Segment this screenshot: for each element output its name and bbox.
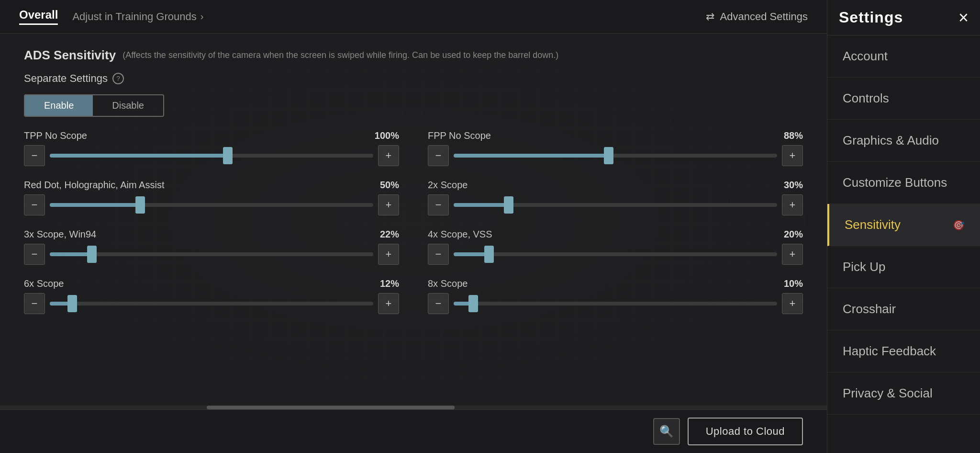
slider-name-3x-scope: 3x Scope, Win94 xyxy=(24,229,96,240)
slider-plus-6x-scope[interactable]: + xyxy=(378,293,399,314)
sidebar-item-privacy-social[interactable]: Privacy & Social xyxy=(827,373,980,415)
slider-track-3x-scope[interactable] xyxy=(50,244,373,265)
sidebar-title: Settings xyxy=(839,9,903,26)
slider-value-red-dot: 50% xyxy=(380,180,399,191)
slider-minus-6x-scope[interactable]: − xyxy=(24,293,45,314)
info-icon[interactable]: ? xyxy=(112,73,124,84)
sidebar-item-crosshair-label: Crosshair xyxy=(843,302,896,317)
sidebar-nav: Account Controls Graphics & Audio Custom… xyxy=(827,35,980,453)
sidebar-item-haptic-feedback[interactable]: Haptic Feedback xyxy=(827,330,980,373)
slider-plus-2x-scope[interactable]: + xyxy=(782,194,803,215)
slider-minus-tpp-no-scope[interactable]: − xyxy=(24,145,45,166)
sidebar-header: Settings × xyxy=(827,0,980,35)
slider-value-6x-scope: 12% xyxy=(380,278,399,289)
slider-plus-4x-scope[interactable]: + xyxy=(782,244,803,265)
tab-training[interactable]: Adjust in Training Grounds › xyxy=(72,11,203,23)
slider-plus-3x-scope[interactable]: + xyxy=(378,244,399,265)
slider-track-8x-scope[interactable] xyxy=(454,293,777,314)
slider-minus-fpp-no-scope[interactable]: − xyxy=(428,145,449,166)
main-area: Overall Adjust in Training Grounds › ⇄ A… xyxy=(0,0,827,453)
sidebar-item-crosshair[interactable]: Crosshair xyxy=(827,288,980,330)
slider-row-tpp-no-scope: TPP No Scope 100% − + xyxy=(24,130,399,166)
slider-name-red-dot: Red Dot, Holographic, Aim Assist xyxy=(24,180,164,191)
tab-training-label: Adjust in Training Grounds xyxy=(72,11,196,23)
separate-settings-label: Separate Settings ? xyxy=(24,72,124,85)
app-container: Overall Adjust in Training Grounds › ⇄ A… xyxy=(0,0,980,453)
toggle-enable-btn[interactable]: Enable xyxy=(25,95,93,116)
sidebar-item-haptic-feedback-label: Haptic Feedback xyxy=(843,344,936,359)
slider-value-2x-scope: 30% xyxy=(784,180,803,191)
slider-header-red-dot: Red Dot, Holographic, Aim Assist 50% xyxy=(24,180,399,191)
section-title: ADS Sensitivity (Affects the sensitivity… xyxy=(24,48,803,63)
section-subtitle: (Affects the sensitivity of the camera w… xyxy=(122,50,558,60)
section-title-text: ADS Sensitivity xyxy=(24,48,116,63)
sidebar-item-pick-up[interactable]: Pick Up xyxy=(827,246,980,288)
slider-row-3x-scope: 3x Scope, Win94 22% − + xyxy=(24,229,399,265)
chevron-right-icon: › xyxy=(200,11,204,22)
slider-row-6x-scope: 6x Scope 12% − + xyxy=(24,278,399,314)
sidebar-item-graphics-audio[interactable]: Graphics & Audio xyxy=(827,120,980,162)
search-button[interactable]: 🔍 xyxy=(653,418,680,445)
slider-plus-tpp-no-scope[interactable]: + xyxy=(378,145,399,166)
scroll-thumb xyxy=(207,406,455,409)
slider-track-red-dot[interactable] xyxy=(50,194,373,215)
slider-controls-red-dot: − + xyxy=(24,194,399,215)
slider-name-tpp-no-scope: TPP No Scope xyxy=(24,130,87,141)
slider-minus-2x-scope[interactable]: − xyxy=(428,194,449,215)
slider-header-2x-scope: 2x Scope 30% xyxy=(428,180,803,191)
sidebar-item-graphics-audio-label: Graphics & Audio xyxy=(843,133,939,148)
advanced-settings-icon: ⇄ xyxy=(706,11,714,23)
sidebar-close-button[interactable]: × xyxy=(958,9,969,26)
slider-controls-3x-scope: − + xyxy=(24,244,399,265)
bottom-bar: 🔍 Upload to Cloud xyxy=(0,409,827,453)
sidebar-item-customize-buttons[interactable]: Customize Buttons xyxy=(827,162,980,204)
slider-value-4x-scope: 20% xyxy=(784,229,803,240)
slider-plus-red-dot[interactable]: + xyxy=(378,194,399,215)
scroll-indicator[interactable] xyxy=(0,406,827,409)
slider-minus-3x-scope[interactable]: − xyxy=(24,244,45,265)
slider-value-3x-scope: 22% xyxy=(380,229,399,240)
sidebar-item-account[interactable]: Account xyxy=(827,35,980,78)
slider-row-4x-scope: 4x Scope, VSS 20% − + xyxy=(428,229,803,265)
sidebar-item-controls-label: Controls xyxy=(843,91,889,106)
upload-to-cloud-button[interactable]: Upload to Cloud xyxy=(688,418,803,445)
separate-settings-row: Separate Settings ? xyxy=(24,72,803,85)
slider-row-fpp-no-scope: FPP No Scope 88% − + xyxy=(428,130,803,166)
slider-row-8x-scope: 8x Scope 10% − + xyxy=(428,278,803,314)
slider-track-tpp-no-scope[interactable] xyxy=(50,145,373,166)
slider-track-6x-scope[interactable] xyxy=(50,293,373,314)
slider-minus-4x-scope[interactable]: − xyxy=(428,244,449,265)
slider-minus-8x-scope[interactable]: − xyxy=(428,293,449,314)
sidebar-item-customize-buttons-label: Customize Buttons xyxy=(843,175,947,190)
slider-controls-6x-scope: − + xyxy=(24,293,399,314)
slider-header-tpp-no-scope: TPP No Scope 100% xyxy=(24,130,399,141)
sidebar-item-controls[interactable]: Controls xyxy=(827,78,980,120)
slider-row-2x-scope: 2x Scope 30% − + xyxy=(428,180,803,215)
advanced-settings-btn[interactable]: ⇄ Advanced Settings xyxy=(706,11,808,23)
slider-value-tpp-no-scope: 100% xyxy=(375,130,399,141)
slider-plus-8x-scope[interactable]: + xyxy=(782,293,803,314)
slider-plus-fpp-no-scope[interactable]: + xyxy=(782,145,803,166)
slider-controls-2x-scope: − + xyxy=(428,194,803,215)
top-bar-left: Overall Adjust in Training Grounds › xyxy=(19,8,203,25)
sidebar-item-sensitivity[interactable]: Sensitivity 🎯 xyxy=(827,204,980,246)
toggle-disable-btn[interactable]: Disable xyxy=(93,95,163,116)
tab-overall[interactable]: Overall xyxy=(19,8,58,25)
slider-track-2x-scope[interactable] xyxy=(454,194,777,215)
slider-controls-8x-scope: − + xyxy=(428,293,803,314)
slider-value-fpp-no-scope: 88% xyxy=(784,130,803,141)
slider-value-8x-scope: 10% xyxy=(784,278,803,289)
sidebar-item-privacy-social-label: Privacy & Social xyxy=(843,386,933,401)
slider-header-8x-scope: 8x Scope 10% xyxy=(428,278,803,289)
slider-controls-tpp-no-scope: − + xyxy=(24,145,399,166)
slider-track-fpp-no-scope[interactable] xyxy=(454,145,777,166)
slider-track-4x-scope[interactable] xyxy=(454,244,777,265)
sidebar-item-sensitivity-label: Sensitivity xyxy=(845,217,901,232)
top-bar: Overall Adjust in Training Grounds › ⇄ A… xyxy=(0,0,827,34)
slider-name-6x-scope: 6x Scope xyxy=(24,278,64,289)
search-icon: 🔍 xyxy=(659,425,674,438)
slider-minus-red-dot[interactable]: − xyxy=(24,194,45,215)
slider-controls-4x-scope: − + xyxy=(428,244,803,265)
sidebar: Settings × Account Controls Graphics & A… xyxy=(827,0,980,453)
slider-header-3x-scope: 3x Scope, Win94 22% xyxy=(24,229,399,240)
